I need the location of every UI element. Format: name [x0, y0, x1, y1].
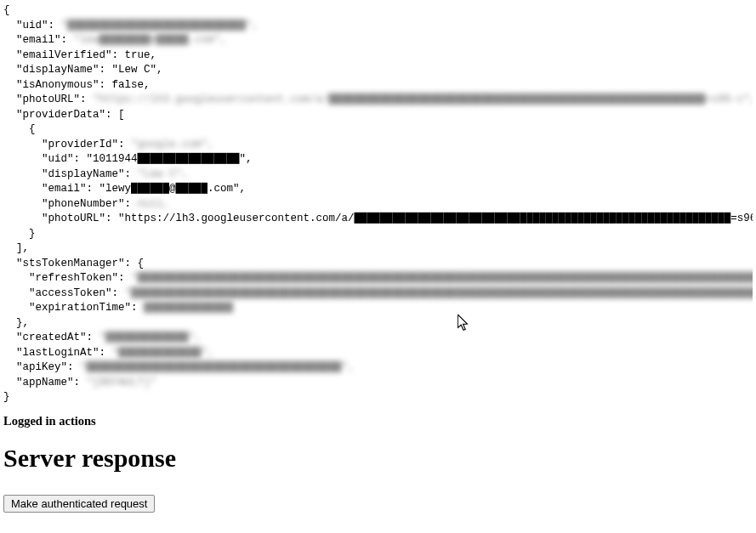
user-json-dump: { "uid": "████████████████████████████",…: [3, 3, 753, 405]
server-response-heading: Server response: [3, 444, 753, 473]
make-authenticated-request-button[interactable]: Make authenticated request: [3, 495, 155, 513]
logged-in-actions-heading: Logged in actions: [3, 414, 753, 428]
